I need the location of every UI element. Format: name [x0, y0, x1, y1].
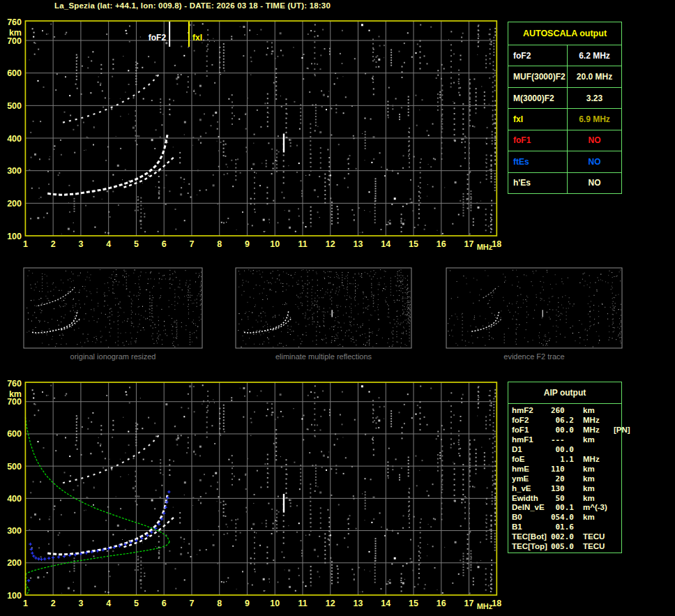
thumbnail-0: [24, 268, 202, 348]
aip-row: TEC[Bot]002.0TECU: [512, 533, 621, 541]
autoscala-row: fxI6.9 MHz: [508, 108, 621, 129]
svg-text:14: 14: [381, 239, 390, 249]
aip-row: D100.0: [512, 446, 621, 454]
aip-row-unit: TECU: [583, 543, 614, 551]
svg-text:1: 1: [23, 599, 28, 608]
svg-text:11: 11: [298, 599, 307, 608]
aip-row-label: hmF1: [512, 436, 548, 444]
aip-row-label: foF2: [512, 416, 548, 425]
autoscala-row-label: foF2: [508, 45, 567, 66]
aip-row: hmF2260 km: [512, 407, 621, 415]
aip-table-title: AIP output: [508, 382, 621, 404]
aip-table-body: hmF2260 kmfoF206.2MHzfoF100.0MHz[PN]hmF1…: [508, 404, 621, 554]
aip-row-unit: MHz: [583, 456, 614, 464]
autoscala-row-value: 20.0 MHz: [567, 66, 621, 87]
aip-row-unit: TECU: [583, 533, 614, 541]
autoscala-row-value: 3.23: [567, 88, 621, 108]
svg-text:9: 9: [245, 599, 250, 608]
svg-text:200: 200: [7, 199, 22, 209]
aip-row: ymE20 km: [512, 475, 621, 483]
aip-row-unit: km: [583, 407, 614, 415]
aip-row: h_vE130 km: [512, 485, 621, 493]
thumbnail-caption-original: original ionogram resized: [22, 352, 204, 361]
aip-row-value: 00.1: [548, 504, 574, 511]
aip-row-value: 00.0: [548, 446, 574, 453]
autoscala-row-label: ftEs: [508, 151, 567, 172]
aip-row-unit: km: [583, 436, 614, 444]
thumbnail-caption-eliminate: eliminate multiple reflections: [233, 352, 414, 361]
aip-row: TEC[Top]005.0TECU: [512, 543, 621, 551]
svg-text:400: 400: [7, 134, 22, 144]
autoscala-row: foF26.2 MHz: [508, 45, 621, 66]
svg-text:16: 16: [437, 599, 446, 608]
autoscala-window: { "title": { "text": "La_Spezia (lat: +4…: [0, 0, 675, 616]
svg-text:5: 5: [134, 599, 139, 608]
aip-row-extra: [PN]: [614, 426, 630, 435]
aip-row-unit: km: [583, 513, 614, 522]
svg-text:6: 6: [162, 599, 167, 608]
svg-text:12: 12: [326, 239, 335, 249]
aip-row-unit: km: [583, 495, 614, 503]
aip-row-value: 260: [548, 407, 574, 414]
thumbnail-1: [236, 268, 411, 348]
aip-row-label: h_vE: [512, 485, 548, 493]
autoscala-row-label: M(3000)F2: [508, 88, 567, 108]
svg-text:2: 2: [51, 599, 56, 608]
aip-row-label: hmE: [512, 465, 548, 474]
aip-row: DelN_vE00.1m^(-3): [512, 504, 621, 512]
svg-text:10: 10: [270, 239, 280, 249]
svg-text:200: 200: [7, 558, 22, 568]
aip-row: foF100.0MHz[PN]: [512, 426, 621, 435]
autoscala-row: M(3000)F23.23: [508, 87, 621, 108]
svg-text:17: 17: [464, 239, 474, 249]
autoscala-row: h'EsNO: [508, 172, 621, 193]
autoscala-row-label: MUF(3000)F2: [508, 66, 567, 87]
svg-text:10: 10: [270, 599, 280, 608]
aip-row-value: 06.2: [548, 416, 574, 424]
autoscala-row-label: foF1: [508, 130, 567, 151]
svg-text:760: 760: [7, 379, 22, 389]
svg-text:4: 4: [106, 239, 111, 249]
aip-row: Ewidth50 km: [512, 495, 621, 503]
svg-text:MHz: MHz: [477, 243, 493, 251]
foF2-marker-label: foF2: [149, 33, 167, 43]
aip-row: hmF1--- km: [512, 436, 621, 444]
svg-text:9: 9: [245, 239, 250, 249]
aip-row-unit: km: [583, 465, 614, 474]
autoscala-row: MUF(3000)F220.0 MHz: [508, 66, 621, 87]
aip-row-value: 002.0: [548, 533, 574, 541]
aip-row-unit: m^(-3): [583, 504, 614, 512]
svg-text:8: 8: [217, 239, 222, 249]
svg-text:8: 8: [217, 599, 222, 608]
svg-text:7: 7: [189, 599, 194, 608]
svg-text:18: 18: [492, 599, 501, 608]
aip-row-label: foF1: [512, 426, 548, 435]
svg-text:13: 13: [354, 239, 363, 249]
fxI-marker-label: fxI: [192, 33, 202, 43]
autoscala-row: ftEsNO: [508, 151, 621, 172]
aip-row-label: Ewidth: [512, 495, 548, 503]
svg-text:4: 4: [106, 599, 111, 608]
autoscala-row-value: 6.9 MHz: [567, 109, 621, 129]
svg-text:11: 11: [298, 239, 307, 249]
autoscala-row-value: 6.2 MHz: [567, 45, 621, 66]
aip-row-value: 01.6: [548, 523, 574, 531]
aip-row-value: 054.0: [548, 513, 574, 521]
aip-row-label: TEC[Top]: [512, 543, 548, 551]
svg-text:600: 600: [7, 429, 22, 439]
svg-text:18: 18: [492, 239, 501, 249]
aip-row-unit: km: [583, 475, 614, 483]
aip-row-value: 1.1: [548, 456, 574, 463]
svg-text:300: 300: [7, 166, 22, 176]
svg-text:600: 600: [7, 68, 22, 78]
aip-row: foF206.2MHz: [512, 416, 621, 425]
svg-text:2: 2: [51, 239, 56, 249]
aip-row: B101.6: [512, 523, 621, 532]
svg-text:400: 400: [7, 494, 22, 504]
aip-row: B0054.0km: [512, 513, 621, 522]
svg-text:100: 100: [7, 591, 22, 601]
aip-output-table: AIP output hmF2260 kmfoF206.2MHzfoF100.0…: [508, 382, 622, 553]
svg-text:5: 5: [134, 239, 139, 249]
svg-text:500: 500: [7, 101, 22, 111]
aip-row-label: hmF2: [512, 407, 548, 415]
